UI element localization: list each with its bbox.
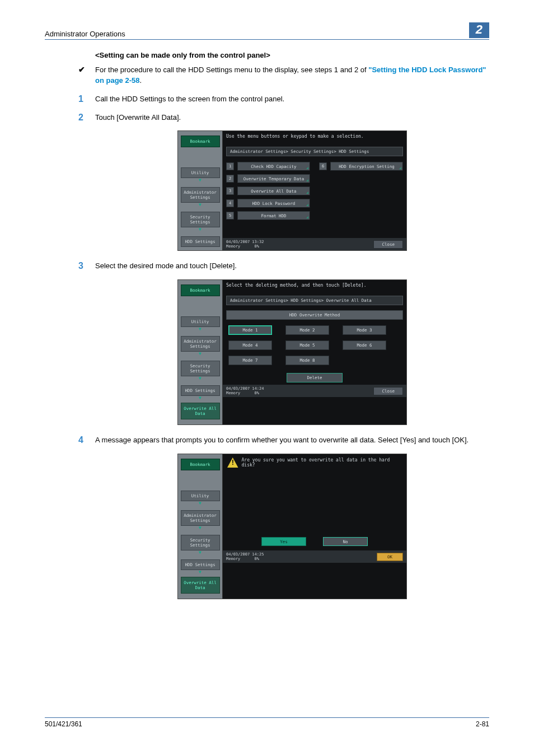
- panel-main: Use the menu buttons or keypad to make a…: [223, 131, 406, 250]
- memory-line: Memory 0%: [226, 557, 264, 561]
- panel-footer: 04/03/2007 13:32 Memory 0% Close: [223, 238, 406, 250]
- step-2-text: Touch [Overwrite All Data].: [95, 113, 489, 123]
- arrow-down-icon: ▼: [199, 202, 202, 207]
- step-2: 2 Touch [Overwrite All Data].: [95, 113, 489, 123]
- step-1: 1 Call the HDD Settings to the screen fr…: [95, 94, 489, 105]
- arrow-down-icon: ▼: [199, 395, 202, 400]
- option-number: 1: [226, 162, 234, 170]
- memory-value: 0%: [255, 391, 259, 395]
- memory-label: Memory: [226, 244, 240, 249]
- sidebar-security[interactable]: Security Settings: [181, 361, 220, 376]
- panel-prompt: Use the menu buttons or keypad to make a…: [223, 131, 406, 144]
- step-3: 3 Select the desired mode and touch [Del…: [95, 261, 489, 272]
- sidebar-security[interactable]: Security Settings: [181, 535, 220, 550]
- panel-sidebar: Bookmark Utility ▼ Administrator Setting…: [178, 131, 223, 250]
- sidebar-overwrite-all[interactable]: Overwrite All Data: [181, 577, 220, 594]
- close-button[interactable]: Close: [373, 240, 403, 249]
- option-number: 5: [226, 212, 234, 220]
- mode-4-button[interactable]: Mode 4: [228, 340, 272, 350]
- memory-value: 0%: [255, 244, 259, 249]
- ok-button[interactable]: OK: [377, 553, 403, 561]
- sidebar-utility[interactable]: Utility: [181, 316, 220, 327]
- memory-label: Memory: [226, 557, 240, 561]
- check-pre: For the procedure to call the HDD Settin…: [95, 66, 368, 74]
- sidebar-security[interactable]: Security Settings: [181, 212, 220, 227]
- step-1-text: Call the HDD Settings to the screen from…: [95, 94, 489, 105]
- sidebar-utility[interactable]: Utility: [181, 167, 220, 178]
- option-row: 4HDD Lock Password: [226, 199, 310, 208]
- step-number: 2: [78, 113, 95, 123]
- panel-prompt: Select the deleting method, and then tou…: [223, 280, 406, 293]
- panel-sidebar: Bookmark Utility ▼ Administrator Setting…: [178, 454, 223, 599]
- sidebar-admin[interactable]: Administrator Settings: [181, 510, 220, 526]
- datetime: 04/03/2007 14:25: [226, 552, 264, 557]
- sidebar-hdd[interactable]: HDD Settings: [181, 236, 220, 247]
- panel-main: ! Are you sure you want to overwrite all…: [223, 454, 406, 599]
- datetime: 04/03/2007 14:24: [226, 386, 264, 391]
- delete-button[interactable]: Delete: [287, 373, 343, 382]
- footer-meta: 04/03/2007 13:32 Memory 0%: [226, 240, 264, 249]
- step-4: 4 A message appears that prompts you to …: [95, 435, 489, 446]
- sidebar-utility[interactable]: Utility: [181, 491, 220, 501]
- option-row: 6HDD Encryption Setting: [319, 162, 403, 171]
- check-icon: ✔: [78, 65, 95, 74]
- option-row: 3Overwrite All Data: [226, 186, 310, 195]
- no-button[interactable]: No: [323, 537, 368, 546]
- mode-1-button[interactable]: Mode 1: [228, 325, 272, 335]
- close-button[interactable]: Close: [373, 387, 403, 395]
- breadcrumb: Administrator Settings> Security Setting…: [226, 147, 403, 156]
- step-4-text: A message appears that prompts you to co…: [95, 435, 489, 446]
- arrow-down-icon: ▼: [199, 570, 202, 575]
- page-header: Administrator Operations 2: [45, 22, 489, 40]
- arrow-down-icon: ▼: [199, 376, 202, 381]
- memory-line: Memory 0%: [226, 391, 264, 395]
- arrow-down-icon: ▼: [199, 501, 202, 506]
- arrow-down-icon: ▼: [199, 326, 202, 332]
- mode-5-button[interactable]: Mode 5: [285, 340, 329, 350]
- page-footer: 501/421/361 2-81: [45, 717, 489, 728]
- mode-6-button[interactable]: Mode 6: [343, 340, 386, 350]
- panel-confirm-overwrite: Bookmark Utility ▼ Administrator Setting…: [177, 454, 407, 599]
- overwrite-all-button[interactable]: Overwrite All Data: [237, 186, 310, 195]
- mode-title: HDD Overwrite Method: [226, 310, 403, 320]
- hdd-encryption-button[interactable]: HDD Encryption Setting: [330, 162, 403, 171]
- page-content: <Setting can be made only from the contr…: [95, 51, 489, 599]
- sidebar-hdd[interactable]: HDD Settings: [181, 559, 220, 570]
- overwrite-temp-button[interactable]: Overwrite Temporary Data: [237, 174, 310, 183]
- arrow-down-icon: ▼: [199, 525, 202, 530]
- footer-meta: 04/03/2007 14:24 Memory 0%: [226, 386, 264, 395]
- memory-label: Memory: [226, 391, 240, 395]
- yes-no-row: Yes No: [223, 537, 406, 546]
- memory-line: Memory 0%: [226, 244, 264, 249]
- option-row: 1Check HDD Capacity: [226, 162, 310, 171]
- mode-grid: Mode 1 Mode 2 Mode 3 Mode 4 Mode 5 Mode …: [223, 322, 406, 368]
- arrow-down-icon: ▼: [199, 178, 202, 183]
- memory-value: 0%: [255, 557, 259, 561]
- confirm-text: Are you sure you want to overwrite all d…: [242, 458, 402, 468]
- sidebar-admin[interactable]: Administrator Settings: [181, 187, 220, 203]
- datetime: 04/03/2007 13:32: [226, 240, 264, 244]
- arrow-down-icon: ▼: [199, 351, 202, 356]
- option-number: 2: [226, 175, 234, 183]
- hdd-lock-password-button[interactable]: HDD Lock Password: [237, 199, 310, 208]
- sidebar-overwrite-all[interactable]: Overwrite All Data: [181, 403, 220, 419]
- sidebar-hdd[interactable]: HDD Settings: [181, 385, 220, 396]
- format-hdd-button[interactable]: Format HDD: [237, 211, 310, 220]
- check-hdd-capacity-button[interactable]: Check HDD Capacity: [237, 162, 310, 171]
- yes-button[interactable]: Yes: [261, 537, 306, 546]
- mode-8-button[interactable]: Mode 8: [285, 356, 329, 365]
- bookmark-button[interactable]: Bookmark: [181, 136, 220, 147]
- bookmark-button[interactable]: Bookmark: [181, 459, 220, 470]
- mode-7-button[interactable]: Mode 7: [228, 356, 272, 365]
- panel-main: Select the deleting method, and then tou…: [223, 280, 406, 424]
- sidebar-admin[interactable]: Administrator Settings: [181, 336, 220, 352]
- bookmark-button[interactable]: Bookmark: [181, 284, 220, 296]
- chapter-number: 2: [469, 22, 489, 38]
- mode-2-button[interactable]: Mode 2: [285, 325, 329, 335]
- mode-3-button[interactable]: Mode 3: [343, 325, 386, 335]
- section-title: <Setting can be made only from the contr…: [95, 51, 489, 59]
- step-number: 3: [78, 261, 95, 271]
- option-row: 5Format HDD: [226, 211, 310, 220]
- option-number: 6: [319, 162, 327, 170]
- check-post: .: [139, 76, 142, 85]
